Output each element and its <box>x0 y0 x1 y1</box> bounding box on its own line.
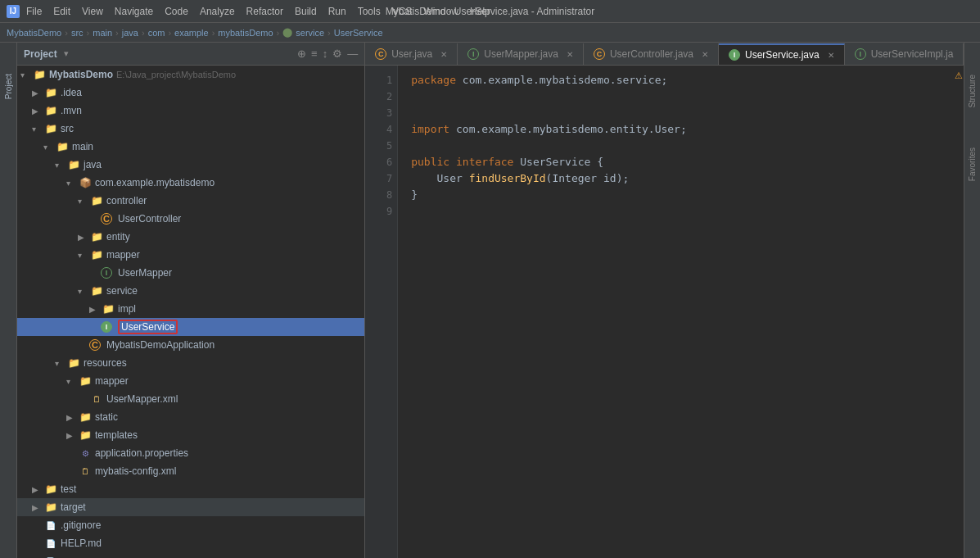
tab-close-user-java[interactable]: ✕ <box>440 50 447 59</box>
tree-item-mapper[interactable]: ▾ 📁 mapper <box>17 246 364 264</box>
tab-close-usercontroller-java[interactable]: ✕ <box>702 50 708 59</box>
breadcrumb-java[interactable]: java <box>122 28 138 38</box>
folder-icon-main: 📁 <box>55 141 70 152</box>
tree-label-gitignore: .gitignore <box>61 519 101 531</box>
locate-icon[interactable]: ⊕ <box>297 48 306 60</box>
tree-item-usercontroller[interactable]: C UserController <box>17 210 364 228</box>
breadcrumb-userservice[interactable]: UserService <box>334 28 383 38</box>
tree-item-java[interactable]: ▾ 📁 java <box>17 156 364 174</box>
tree-item-static[interactable]: ▶ 📁 static <box>17 408 364 426</box>
tree-item-templates[interactable]: ▶ 📁 templates <box>17 426 364 444</box>
breadcrumb-mybatisdemo[interactable]: mybatisDemo <box>218 28 273 38</box>
sidebar-tab-favorites[interactable]: Favorites <box>968 136 977 193</box>
tree-item-mybatisapp[interactable]: C MybatisDemoApplication <box>17 336 364 354</box>
code-line-4: import com.example.mybatisdemo.entity.Us… <box>411 123 687 135</box>
main-layout: Project Project ▾ ⊕ ≡ ↕ ⚙ — ▾ 📁 MybatisD… <box>0 43 980 558</box>
tree-item-idea[interactable]: ▶ 📁 .idea <box>17 84 364 102</box>
code-line-3 <box>411 107 418 119</box>
sidebar-tab-project[interactable]: Project <box>0 54 16 120</box>
tab-icon-user-java: C <box>375 48 386 60</box>
tab-user-java[interactable]: C User.java ✕ <box>365 43 458 65</box>
tab-usermapper-java[interactable]: I UserMapper.java ✕ <box>458 43 584 65</box>
collapse-icon[interactable]: ≡ <box>311 48 318 60</box>
tree-item-resources[interactable]: ▾ 📁 resources <box>17 354 364 372</box>
menu-run[interactable]: Run <box>328 6 346 17</box>
project-dropdown-arrow[interactable]: ▾ <box>64 48 69 59</box>
tree-item-gitignore[interactable]: 📄 .gitignore <box>17 516 364 534</box>
tab-usercontroller-java[interactable]: C UserController.java ✕ <box>584 43 719 65</box>
menu-refactor[interactable]: Refactor <box>246 6 283 17</box>
breadcrumb-service[interactable]: ⬤ <box>282 27 292 38</box>
tab-userservice-java[interactable]: I UserService.java ✕ <box>719 43 845 65</box>
menu-edit[interactable]: Edit <box>53 6 70 17</box>
tree-item-controller[interactable]: ▾ 📁 controller <box>17 192 364 210</box>
tree-item-main[interactable]: ▾ 📁 main <box>17 138 364 156</box>
menu-view[interactable]: View <box>82 6 103 17</box>
file-icon-gitignore: 📄 <box>43 521 58 530</box>
tab-icon-usermapper: I <box>467 48 479 60</box>
tree-item-service[interactable]: ▾ 📁 service <box>17 282 364 300</box>
tree-item-test[interactable]: ▶ 📁 test <box>17 480 364 498</box>
sidebar-tab-project-label: Project <box>4 74 13 99</box>
menu-tools[interactable]: Tools <box>358 6 381 17</box>
sort-icon[interactable]: ↕ <box>323 48 328 60</box>
tab-userserviceimpl-java[interactable]: I UserServiceImpl.ja <box>845 43 964 65</box>
menu-analyze[interactable]: Analyze <box>200 6 235 17</box>
breadcrumb-src[interactable]: src <box>71 28 84 38</box>
folder-icon-java: 📁 <box>66 159 81 170</box>
breadcrumb-com[interactable]: com <box>148 28 165 38</box>
tree-item-root[interactable]: ▾ 📁 MybatisDemo E:\Java_project\MybatisD… <box>17 66 364 84</box>
folder-icon-idea: 📁 <box>43 87 58 98</box>
editor-tabs: C User.java ✕ I UserMapper.java ✕ C User… <box>365 43 964 66</box>
code-content[interactable]: package com.example.mybatisdemo.service;… <box>398 66 952 558</box>
class-icon-mybatisapp: C <box>89 339 101 351</box>
sidebar-tab-structure[interactable]: Structure <box>968 62 977 120</box>
tree-item-impl[interactable]: ▶ 📁 impl <box>17 300 364 318</box>
tab-close-userservice-java[interactable]: ✕ <box>828 51 834 60</box>
tree-label-static: static <box>95 411 118 423</box>
tree-item-package[interactable]: ▾ 📦 com.example.mybatisdemo <box>17 174 364 192</box>
tree-item-helpmd[interactable]: 📄 HELP.md <box>17 534 364 552</box>
tree-label-target: target <box>61 501 86 513</box>
folder-icon-test: 📁 <box>43 483 58 495</box>
tree-item-usermapper-xml[interactable]: 🗒 UserMapper.xml <box>17 390 364 408</box>
settings-icon[interactable]: ⚙ <box>332 48 342 60</box>
code-line-7: User findUserById(Integer id); <box>411 172 629 184</box>
minimize-icon[interactable]: — <box>347 48 358 60</box>
tree-label-java: java <box>84 159 102 170</box>
menu-file[interactable]: File <box>26 6 42 17</box>
tree-item-mybatis-config[interactable]: 🗒 mybatis-config.xml <box>17 462 364 480</box>
tree-item-src[interactable]: ▾ 📁 src <box>17 120 364 138</box>
line-numbers: 1 2 3 4 5 6 7 8 9 <box>365 66 398 558</box>
folder-icon-mvn: 📁 <box>43 105 58 116</box>
code-line-2 <box>411 90 418 102</box>
code-line-8: } <box>411 188 418 201</box>
menu-build[interactable]: Build <box>295 6 317 17</box>
tree-item-mvn[interactable]: ▶ 📁 .mvn <box>17 102 364 120</box>
tree-item-target[interactable]: ▶ 📁 target <box>17 498 364 516</box>
tree-item-usermapper[interactable]: I UserMapper <box>17 264 364 282</box>
code-editor[interactable]: 1 2 3 4 5 6 7 8 9 package com.example.my… <box>365 66 964 558</box>
breadcrumb-root[interactable]: MybatisDemo <box>7 28 61 38</box>
line-num-7: 7 <box>370 170 392 187</box>
tree-item-userservice[interactable]: I UserService <box>17 318 364 336</box>
tree-item-mapper-res[interactable]: ▾ 📁 mapper <box>17 372 364 390</box>
package-icon: 📦 <box>78 177 93 188</box>
tree-item-entity[interactable]: ▶ 📁 entity <box>17 228 364 246</box>
breadcrumb-example[interactable]: example <box>174 28 209 38</box>
menu-code[interactable]: Code <box>165 6 188 17</box>
breadcrumb-service-label[interactable]: service <box>296 28 324 38</box>
folder-icon-resources: 📁 <box>66 357 81 369</box>
breadcrumb-main[interactable]: main <box>93 28 112 38</box>
menu-navigate[interactable]: Navigate <box>115 6 153 17</box>
tree-label-root-path: E:\Java_project\MybatisDemo <box>116 70 236 79</box>
tree-label-application-props: application.properties <box>95 447 188 459</box>
code-line-5 <box>411 139 418 152</box>
tab-close-usermapper-java[interactable]: ✕ <box>567 50 573 59</box>
project-root-icon: 📁 <box>32 69 47 80</box>
project-header-icons: ⊕ ≡ ↕ ⚙ — <box>297 48 358 60</box>
tree-label-service: service <box>106 285 138 297</box>
tree-item-mvnw[interactable]: 📄 mvnw <box>17 552 364 558</box>
tree-label-mybatisapp: MybatisDemoApplication <box>106 339 215 351</box>
tree-item-application-props[interactable]: ⚙ application.properties <box>17 444 364 462</box>
